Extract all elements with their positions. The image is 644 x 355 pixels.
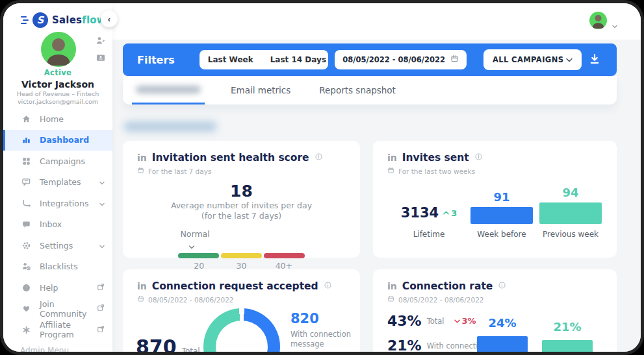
rate-bar-chart: 24% 21% bbox=[477, 316, 593, 352]
chevron-down-icon bbox=[566, 55, 573, 64]
card-period: 08/05/2022 - 08/06/2022 bbox=[398, 296, 484, 304]
sidebar-item-dashboard[interactable]: Dashboard bbox=[3, 130, 112, 151]
last-week-button[interactable]: Last Week bbox=[200, 50, 262, 69]
health-scale: Normal 20 30 40+ bbox=[178, 227, 305, 271]
with-message-stat: 820 With connection message bbox=[290, 311, 368, 349]
sidebar-collapse-button[interactable]: ‹ bbox=[101, 10, 118, 27]
linkedin-icon: in bbox=[387, 153, 397, 163]
invites-bar-chart: 3134 3 Lifetime 91 Week before bbox=[387, 186, 602, 239]
admin-menu-label: Admin Menu bbox=[20, 346, 69, 352]
lifetime-value: 3134 bbox=[401, 205, 439, 221]
id-card-icon[interactable] bbox=[96, 53, 106, 63]
external-link-icon bbox=[97, 304, 105, 313]
user-avatar[interactable] bbox=[41, 32, 76, 67]
previous-week-value: 94 bbox=[562, 186, 578, 199]
gear-icon bbox=[21, 241, 31, 251]
card-invites-sent: in Invites sent For the last two weeks 3… bbox=[373, 141, 617, 258]
previous-week-bar bbox=[539, 202, 602, 224]
account-menu-caret-icon[interactable] bbox=[612, 19, 617, 31]
logo-speed-lines bbox=[23, 19, 29, 21]
lifetime-delta: 3 bbox=[443, 208, 457, 218]
topbar-avatar[interactable] bbox=[589, 12, 607, 29]
brand-logo: S Salesflow bbox=[3, 3, 112, 28]
redacted-tab-label bbox=[136, 86, 201, 93]
week-before-value: 91 bbox=[493, 190, 509, 204]
sidebar-item-templates[interactable]: Templates bbox=[3, 172, 112, 193]
dashboard-icon bbox=[21, 135, 31, 145]
rate-bar-teal bbox=[542, 340, 593, 352]
sidebar-item-affiliate-program[interactable]: Affiliate Program bbox=[3, 319, 112, 341]
user-email: victor.jackson@gmail.com bbox=[3, 98, 112, 105]
date-range-picker[interactable]: 08/05/2022 - 08/06/2022 bbox=[335, 50, 467, 69]
sidebar-item-home[interactable]: Home bbox=[3, 108, 112, 130]
integrations-icon bbox=[21, 199, 31, 208]
card-title: Invites sent bbox=[402, 152, 469, 164]
card-connection-request-accepted: in Connection request accepted 08/05/202… bbox=[123, 269, 360, 352]
external-link-icon bbox=[97, 325, 105, 335]
card-title: Connection rate bbox=[402, 280, 493, 292]
blacklist-user-icon bbox=[21, 262, 31, 271]
info-icon[interactable] bbox=[474, 151, 483, 164]
marker-caret-icon bbox=[188, 239, 305, 252]
user-role: Head of Revenue – Fintech bbox=[3, 90, 112, 97]
avg-invites-caption: Average number of invites per day (for t… bbox=[137, 201, 346, 221]
card-connection-rate: in Connection rate 08/05/2022 - 08/06/20… bbox=[373, 269, 617, 352]
chevron-down-icon bbox=[454, 319, 461, 324]
calendar-icon bbox=[387, 295, 394, 304]
logo-mark: S bbox=[32, 12, 48, 28]
sidebar-item-campaigns[interactable]: Campaigns bbox=[3, 151, 112, 172]
calendar-icon bbox=[450, 55, 459, 65]
last-14-days-button[interactable]: Last 14 Days bbox=[262, 50, 329, 69]
brand-name: Salesflow bbox=[52, 14, 106, 26]
status-badge: Active bbox=[3, 68, 112, 77]
user-edit-icon[interactable] bbox=[96, 36, 106, 46]
main-content: Filters Last Week Last 14 Days Last 30 D… bbox=[112, 40, 641, 352]
lifetime-label: Lifetime bbox=[413, 230, 445, 239]
filters-bar: Filters Last Week Last 14 Days Last 30 D… bbox=[123, 43, 617, 76]
sidebar-item-help[interactable]: ? Help bbox=[3, 277, 112, 299]
asterisk-icon bbox=[21, 325, 31, 335]
chevron-down-icon bbox=[99, 199, 105, 208]
info-icon[interactable] bbox=[498, 280, 506, 292]
topbar bbox=[112, 3, 641, 40]
templates-icon bbox=[21, 177, 31, 187]
sidebar-item-integrations[interactable]: Integrations bbox=[3, 193, 112, 214]
sidebar-item-join-community[interactable]: Join Community bbox=[3, 299, 112, 320]
card-period: 08/05/2022 - 08/06/2022 bbox=[148, 296, 234, 304]
rate-delta: 3% bbox=[454, 316, 476, 326]
download-report-button[interactable] bbox=[588, 53, 601, 67]
inbox-icon bbox=[21, 219, 31, 229]
card-title: Invitation sent health score bbox=[152, 152, 309, 164]
rate-bar-blue bbox=[477, 336, 528, 352]
campaign-select[interactable]: ALL CAMPAIGNS bbox=[483, 49, 582, 70]
heart-icon bbox=[21, 304, 31, 313]
home-icon bbox=[21, 114, 31, 124]
info-icon[interactable] bbox=[315, 151, 323, 164]
tab-email-metrics[interactable]: Email metrics bbox=[228, 76, 293, 104]
redacted-section-title bbox=[124, 121, 216, 132]
sidebar-item-inbox[interactable]: Inbox bbox=[3, 214, 112, 236]
avatar-photo bbox=[41, 32, 76, 67]
sidebar: S Salesflow Active Victor Jackson Head o… bbox=[3, 3, 112, 352]
chevron-up-icon bbox=[443, 210, 450, 215]
week-before-bar bbox=[470, 207, 533, 224]
tab-reports-snapshot[interactable]: Reports snapshot bbox=[316, 76, 398, 104]
calendar-icon bbox=[387, 167, 394, 175]
linkedin-icon: in bbox=[137, 281, 147, 291]
filters-title: Filters bbox=[137, 54, 175, 66]
sidebar-item-blacklists[interactable]: Blacklists bbox=[3, 256, 112, 278]
tab-linkedin-metrics-redacted[interactable] bbox=[132, 76, 205, 104]
linkedin-icon: in bbox=[137, 153, 147, 163]
health-gradient-bar bbox=[178, 253, 305, 258]
previous-week-label: Previous week bbox=[543, 230, 599, 239]
app-window: S Salesflow Active Victor Jackson Head o… bbox=[3, 3, 641, 352]
help-icon: ? bbox=[21, 283, 31, 293]
sidebar-item-settings[interactable]: Settings bbox=[3, 235, 112, 256]
metric-cards-grid: in Invitation sent health score For the … bbox=[123, 141, 641, 352]
info-icon[interactable] bbox=[324, 280, 332, 292]
chevron-down-icon bbox=[99, 241, 105, 251]
calendar-icon bbox=[137, 167, 144, 175]
week-before-label: Week before bbox=[477, 230, 526, 239]
avg-invites-value: 18 bbox=[137, 182, 346, 201]
svg-text:?: ? bbox=[25, 285, 28, 291]
